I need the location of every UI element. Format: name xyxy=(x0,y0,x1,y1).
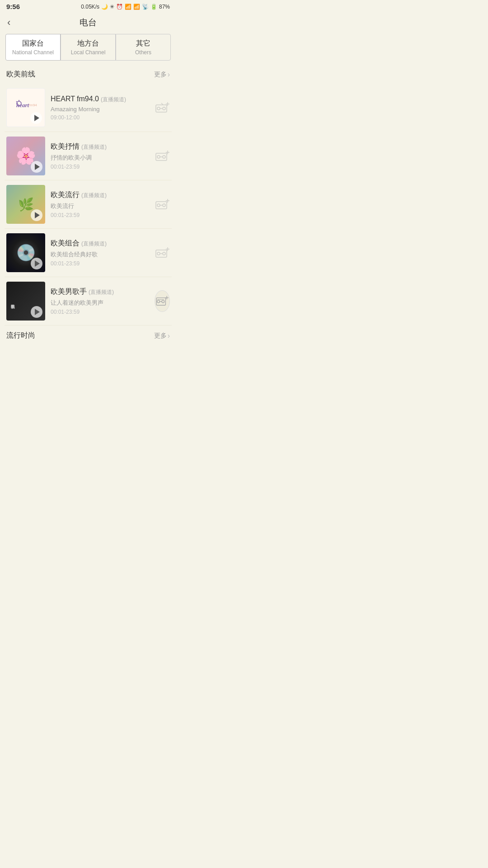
bottom-more-label: 更多 xyxy=(154,332,167,340)
svg-point-7 xyxy=(163,107,165,110)
play-button-4[interactable] xyxy=(31,258,42,269)
section-more-oumei[interactable]: 更多 › xyxy=(154,71,170,79)
svg-point-26 xyxy=(163,252,165,255)
network-speed: 0.05K/s xyxy=(81,4,99,10)
tab-bar: 国家台 National Channel 地方台 Local Channel 其… xyxy=(0,34,176,61)
radio-desc-1: Amazaing Morning xyxy=(51,106,149,113)
radio-thumb-popular: 🌿 xyxy=(6,185,45,224)
add-radio-button-4[interactable] xyxy=(155,245,170,260)
play-triangle-icon xyxy=(34,115,39,121)
svg-point-6 xyxy=(157,107,160,110)
bottom-section-title: 流行时尚 xyxy=(6,331,35,340)
svg-text:heart: heart xyxy=(16,102,29,108)
more-label-oumei: 更多 xyxy=(154,71,167,79)
radio-time-3: 00:01-23:59 xyxy=(51,212,149,218)
svg-point-25 xyxy=(157,252,160,255)
wifi-icon: 📡 xyxy=(142,4,149,10)
add-radio-button-2[interactable] xyxy=(155,148,170,164)
play-button-3[interactable] xyxy=(31,209,42,221)
radio-badge-2: (直播频道) xyxy=(81,143,107,151)
radio-time-1: 09:00-12:00 xyxy=(51,114,149,121)
list-item[interactable]: heart fm94 HEART fm94.0 (直播频道) Amazaing … xyxy=(5,84,172,132)
list-item[interactable]: 欧美男歌手 欧美男歌手 (直播频道) 让人着迷的欧美男声 00:01-23:59 xyxy=(5,277,172,326)
add-radio-icon xyxy=(155,150,169,162)
alarm-icon: ⏰ xyxy=(116,4,123,10)
radio-info-1: HEART fm94.0 (直播频道) Amazaing Morning 09:… xyxy=(51,95,149,121)
play-triangle-icon xyxy=(35,260,40,267)
signal-icon2: 📶 xyxy=(133,4,140,10)
tab-local[interactable]: 地方台 Local Channel xyxy=(61,34,116,61)
list-item[interactable]: 💿 欧美组合 (直播频道) 欧美组合经典好歌 00:01-23:59 xyxy=(5,229,172,277)
radio-desc-4: 欧美组合经典好歌 xyxy=(51,250,149,259)
add-radio-button-1[interactable] xyxy=(155,100,170,115)
list-item[interactable]: 🌿 欧美流行 (直播频道) 欧美流行 00:01-23:59 xyxy=(5,180,172,229)
chevron-right-icon: › xyxy=(168,71,170,79)
add-radio-button-5[interactable] xyxy=(155,293,170,309)
play-triangle-icon xyxy=(35,309,40,315)
tab-local-en: Local Channel xyxy=(63,49,113,56)
radio-info-5: 欧美男歌手 (直播频道) 让人着迷的欧美男声 00:01-23:59 xyxy=(51,287,149,315)
radio-desc-2: 抒情的欧美小调 xyxy=(51,154,149,162)
radio-badge-1: (直播频道) xyxy=(101,96,126,104)
svg-point-14 xyxy=(163,156,165,158)
play-button-1[interactable] xyxy=(30,112,42,124)
tab-others-en: Others xyxy=(118,49,169,56)
radio-time-2: 00:01-23:59 xyxy=(51,164,149,170)
bluetooth-icon: ✳ xyxy=(110,4,114,10)
chevron-right-icon: › xyxy=(168,332,170,340)
radio-badge-3: (直播频道) xyxy=(81,192,107,199)
radio-badge-5: (直播频道) xyxy=(89,288,114,296)
bottom-section-more[interactable]: 更多 › xyxy=(154,332,170,340)
add-radio-icon xyxy=(155,246,169,259)
signal-icon1: 📶 xyxy=(125,4,131,10)
radio-name-1: HEART fm94.0 xyxy=(51,95,99,103)
add-radio-icon xyxy=(155,101,169,114)
section-header-oumei: 欧美前线 更多 › xyxy=(0,67,176,84)
status-bar: 9:56 0.05K/s 🌙 ✳ ⏰ 📶 📶 📡 🔋 87% xyxy=(0,0,176,12)
status-time: 9:56 xyxy=(6,3,20,10)
header: ‹ 电台 xyxy=(0,12,176,34)
tab-others[interactable]: 其它 Others xyxy=(116,34,171,61)
play-triangle-icon xyxy=(35,212,40,218)
svg-point-19 xyxy=(157,204,160,207)
radio-thumb-lyric: 🌸 xyxy=(6,137,45,175)
floating-radio-icon[interactable] xyxy=(155,290,170,312)
tab-national-en: National Channel xyxy=(8,49,58,56)
svg-point-32 xyxy=(162,300,164,303)
tab-local-zh: 地方台 xyxy=(63,39,113,48)
radio-thumb-heart: heart fm94 xyxy=(6,88,45,127)
svg-point-13 xyxy=(157,156,160,158)
svg-point-31 xyxy=(157,300,160,303)
tab-national[interactable]: 国家台 National Channel xyxy=(5,34,61,61)
battery-percent: 87% xyxy=(159,4,170,10)
radio-speaker-icon xyxy=(155,295,169,307)
add-radio-icon xyxy=(155,198,169,211)
radio-thumb-male: 欧美男歌手 xyxy=(6,282,45,321)
play-button-5[interactable] xyxy=(31,306,42,318)
page-title: 电台 xyxy=(80,17,97,28)
tab-others-zh: 其它 xyxy=(118,39,169,48)
svg-text:fm94: fm94 xyxy=(29,103,37,107)
radio-info-2: 欧美抒情 (直播频道) 抒情的欧美小调 00:01-23:59 xyxy=(51,142,149,170)
radio-badge-4: (直播频道) xyxy=(81,240,107,248)
moon-icon: 🌙 xyxy=(101,4,108,10)
status-right: 0.05K/s 🌙 ✳ ⏰ 📶 📶 📡 🔋 87% xyxy=(81,4,170,10)
add-radio-button-3[interactable] xyxy=(155,197,170,212)
radio-name-4: 欧美组合 xyxy=(51,239,80,248)
back-button[interactable]: ‹ xyxy=(7,17,10,28)
radio-info-4: 欧美组合 (直播频道) 欧美组合经典好歌 00:01-23:59 xyxy=(51,239,149,267)
bottom-section-header: 流行时尚 更多 › xyxy=(0,326,176,343)
play-triangle-icon xyxy=(35,164,40,170)
radio-info-3: 欧美流行 (直播频道) 欧美流行 00:01-23:59 xyxy=(51,190,149,218)
radio-time-5: 00:01-23:59 xyxy=(51,309,149,315)
radio-thumb-combo: 💿 xyxy=(6,233,45,272)
radio-name-5: 欧美男歌手 xyxy=(51,287,87,297)
battery-icon: 🔋 xyxy=(150,4,157,10)
play-button-2[interactable] xyxy=(31,161,42,173)
radio-time-4: 00:01-23:59 xyxy=(51,260,149,267)
list-item[interactable]: 🌸 欧美抒情 (直播频道) 抒情的欧美小调 00:01-23:59 xyxy=(5,132,172,180)
radio-name-2: 欧美抒情 xyxy=(51,142,80,151)
radio-desc-3: 欧美流行 xyxy=(51,202,149,210)
radio-name-3: 欧美流行 xyxy=(51,190,80,200)
radio-list: heart fm94 HEART fm94.0 (直播频道) Amazaing … xyxy=(0,84,176,326)
